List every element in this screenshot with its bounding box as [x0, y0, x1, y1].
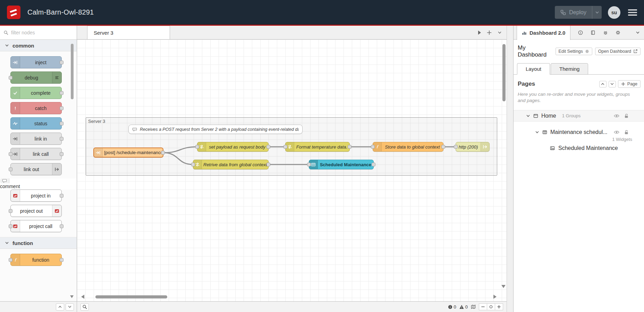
- output-port[interactable]: [60, 106, 63, 110]
- zoom-out-button[interactable]: [479, 303, 487, 310]
- palette-search-input[interactable]: [11, 30, 73, 35]
- flow-list-button[interactable]: [498, 31, 502, 35]
- minimap-toggle-button[interactable]: [471, 304, 476, 309]
- canvas-scroll-right-icon[interactable]: [493, 295, 497, 299]
- output-port[interactable]: [161, 151, 165, 154]
- palette-scroll-down-icon[interactable]: [70, 295, 74, 298]
- palette-node-project-call[interactable]: project call: [10, 220, 62, 232]
- palette-node-project-in[interactable]: project in: [10, 189, 62, 202]
- search-flows-button[interactable]: [80, 303, 89, 311]
- expand-all-categories-button[interactable]: [66, 303, 74, 311]
- chevron-down-icon[interactable]: [526, 114, 530, 118]
- input-port[interactable]: [9, 258, 12, 262]
- input-port[interactable]: [191, 163, 195, 167]
- input-port[interactable]: [371, 145, 375, 149]
- output-port[interactable]: [348, 145, 351, 149]
- node-format-temperature[interactable]: Format temperature data.: [285, 142, 350, 152]
- sidebar-tab-info-icon[interactable]: [578, 30, 583, 35]
- sidebar-tab-help-icon[interactable]: [591, 30, 595, 35]
- output-port[interactable]: [266, 145, 270, 149]
- palette-node-link-out[interactable]: link out: [10, 163, 62, 175]
- edit-settings-button[interactable]: Edit Settings: [556, 48, 592, 55]
- output-port[interactable]: [60, 121, 63, 125]
- output-port[interactable]: [60, 194, 63, 197]
- flow-canvas[interactable]: Server 3 Receives a POST request from Se…: [77, 40, 507, 301]
- sidebar-resize-handle[interactable]: [507, 26, 514, 312]
- sidebar-menu-icon[interactable]: [636, 31, 640, 35]
- palette-category-function[interactable]: function: [0, 237, 77, 249]
- palette-node-debug[interactable]: debug: [10, 71, 62, 84]
- expand-pages-button[interactable]: [609, 81, 616, 87]
- add-flow-button[interactable]: [487, 30, 492, 35]
- chevron-down-icon[interactable]: [535, 130, 539, 134]
- visibility-icon[interactable]: [614, 114, 619, 118]
- unlock-icon[interactable]: [624, 113, 629, 118]
- input-port[interactable]: [9, 76, 12, 79]
- canvas-scroll-left-icon[interactable]: [81, 295, 84, 299]
- node-store-global[interactable]: f Store data to global context: [373, 142, 443, 152]
- tab-scroll-right-icon[interactable]: [478, 31, 481, 35]
- node-set-payload[interactable]: set payload as request body: [197, 142, 269, 152]
- add-page-button[interactable]: Page: [618, 80, 641, 88]
- open-dashboard-button[interactable]: Open Dashboard: [595, 48, 641, 55]
- tab-theming[interactable]: Theming: [551, 63, 588, 75]
- input-port[interactable]: [307, 163, 311, 167]
- palette-scrollbar[interactable]: [71, 44, 74, 99]
- tree-row-page-home[interactable]: Home 1 Groups: [514, 110, 644, 121]
- palette-node-project-out[interactable]: project out: [10, 205, 62, 217]
- warning-count[interactable]: 0: [459, 304, 468, 310]
- node-retrieve-global[interactable]: Retrive data from global context: [193, 160, 269, 169]
- palette-category-common[interactable]: common: [0, 40, 77, 51]
- main-menu-button[interactable]: [627, 8, 638, 17]
- tree-row-group-maintenance[interactable]: Maintenance schedul... 1 Widgets: [514, 129, 644, 135]
- collapse-pages-button[interactable]: [599, 81, 607, 87]
- output-port[interactable]: [372, 163, 375, 167]
- palette-node-status[interactable]: status: [10, 117, 62, 129]
- user-avatar[interactable]: su: [608, 6, 620, 19]
- canvas-scroll-down-icon[interactable]: [501, 285, 506, 288]
- palette-node-inject[interactable]: inject: [10, 56, 62, 68]
- tree-row-widget-scheduled-maintenance[interactable]: Scheduled Maintenance: [514, 145, 644, 151]
- zoom-reset-button[interactable]: [487, 303, 495, 310]
- output-port[interactable]: [60, 91, 63, 95]
- palette-node-complete[interactable]: complete: [10, 87, 62, 99]
- output-port[interactable]: [266, 163, 270, 167]
- unlock-icon[interactable]: [624, 130, 629, 135]
- collapse-all-categories-button[interactable]: [56, 303, 64, 311]
- output-port[interactable]: [60, 258, 63, 262]
- input-port[interactable]: [454, 145, 458, 149]
- error-count[interactable]: 0: [448, 304, 456, 310]
- canvas-vertical-scrollbar[interactable]: [502, 44, 506, 101]
- flow-tab-server3[interactable]: Server 3: [87, 26, 170, 39]
- node-http-response[interactable]: http (200): [456, 142, 490, 152]
- input-port[interactable]: [9, 224, 12, 228]
- zoom-in-button[interactable]: [495, 303, 503, 310]
- palette-node-comment[interactable]: comment: [0, 178, 77, 189]
- node-table-widget[interactable]: Scheduled Maintenance: [309, 160, 374, 169]
- sidebar-tab-dashboard[interactable]: Dashboard 2.0: [517, 26, 570, 40]
- input-port[interactable]: [9, 167, 12, 171]
- canvas-horizontal-scrollbar[interactable]: [95, 295, 167, 298]
- output-port[interactable]: [60, 60, 63, 64]
- input-port[interactable]: [283, 145, 287, 149]
- palette-scroll-area[interactable]: common inject debug complete: [0, 40, 77, 301]
- input-port[interactable]: [9, 152, 12, 156]
- deploy-options-button[interactable]: [592, 6, 602, 19]
- output-port[interactable]: [441, 145, 445, 149]
- output-port[interactable]: [60, 137, 63, 141]
- palette-node-link-in[interactable]: link in: [10, 133, 62, 145]
- input-port[interactable]: [195, 145, 199, 149]
- palette-node-link-call[interactable]: link call: [10, 148, 62, 160]
- palette-node-catch[interactable]: catch: [10, 102, 62, 114]
- output-port[interactable]: [60, 152, 63, 156]
- sidebar-tab-config-icon[interactable]: [616, 30, 620, 35]
- node-http-in[interactable]: [post] /schedule-maintenance: [93, 147, 163, 158]
- output-port[interactable]: [60, 224, 63, 228]
- visibility-icon[interactable]: [614, 130, 619, 134]
- palette-node-function[interactable]: f function: [10, 254, 62, 266]
- deploy-button[interactable]: Deploy: [555, 6, 602, 19]
- comment-node[interactable]: Receives a POST request from Server 2 wi…: [128, 125, 303, 134]
- sidebar-tab-debug-icon[interactable]: [603, 30, 608, 35]
- input-port[interactable]: [9, 209, 12, 213]
- tab-layout[interactable]: Layout: [517, 63, 550, 75]
